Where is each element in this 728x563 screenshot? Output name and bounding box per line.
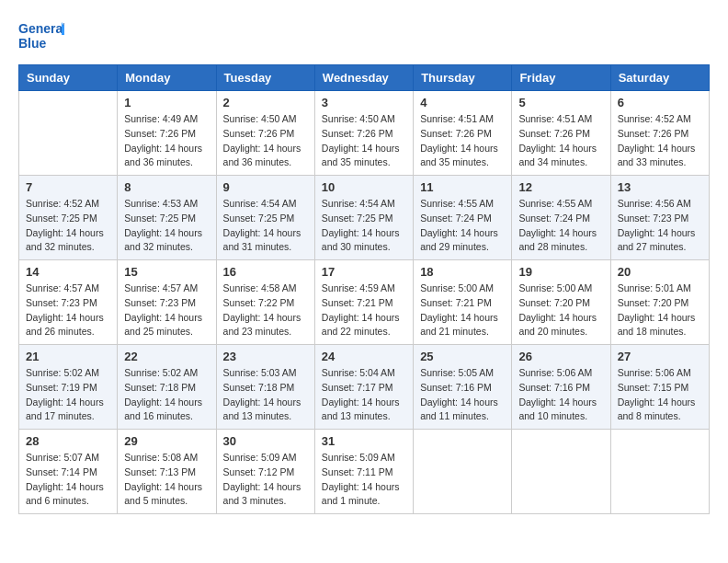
svg-text:Blue: Blue bbox=[18, 36, 47, 51]
calendar-cell: 7Sunrise: 4:52 AM Sunset: 7:25 PM Daylig… bbox=[19, 176, 118, 260]
day-number: 13 bbox=[618, 180, 702, 194]
day-number: 4 bbox=[420, 96, 505, 109]
calendar-cell: 16Sunrise: 4:58 AM Sunset: 7:22 PM Dayli… bbox=[216, 260, 314, 345]
calendar-cell: 19Sunrise: 5:00 AM Sunset: 7:20 PM Dayli… bbox=[512, 260, 610, 345]
day-number: 20 bbox=[618, 265, 702, 279]
calendar-cell: 20Sunrise: 5:01 AM Sunset: 7:20 PM Dayli… bbox=[610, 260, 709, 345]
day-number: 17 bbox=[322, 265, 406, 279]
calendar-cell: 14Sunrise: 4:57 AM Sunset: 7:23 PM Dayli… bbox=[19, 260, 118, 345]
calendar-cell: 5Sunrise: 4:51 AM Sunset: 7:26 PM Daylig… bbox=[512, 91, 610, 176]
calendar-cell bbox=[414, 430, 512, 514]
day-info: Sunrise: 4:52 AM Sunset: 7:26 PM Dayligh… bbox=[618, 112, 702, 170]
day-info: Sunrise: 5:06 AM Sunset: 7:16 PM Dayligh… bbox=[518, 366, 603, 424]
calendar-cell: 21Sunrise: 5:02 AM Sunset: 7:19 PM Dayli… bbox=[19, 345, 118, 430]
calendar-cell: 28Sunrise: 5:07 AM Sunset: 7:14 PM Dayli… bbox=[19, 430, 118, 514]
calendar-cell: 23Sunrise: 5:03 AM Sunset: 7:18 PM Dayli… bbox=[216, 345, 314, 430]
logo: General Blue bbox=[18, 18, 64, 55]
calendar-cell: 3Sunrise: 4:50 AM Sunset: 7:26 PM Daylig… bbox=[314, 91, 413, 176]
calendar-cell: 8Sunrise: 4:53 AM Sunset: 7:25 PM Daylig… bbox=[118, 176, 216, 260]
day-number: 12 bbox=[518, 180, 603, 194]
weekday-header-thursday: Thursday bbox=[414, 65, 512, 91]
day-info: Sunrise: 4:49 AM Sunset: 7:26 PM Dayligh… bbox=[124, 112, 209, 170]
page-header: General Blue bbox=[18, 18, 710, 55]
calendar-table: SundayMondayTuesdayWednesdayThursdayFrid… bbox=[18, 64, 710, 514]
calendar-cell: 26Sunrise: 5:06 AM Sunset: 7:16 PM Dayli… bbox=[512, 345, 610, 430]
day-info: Sunrise: 5:09 AM Sunset: 7:11 PM Dayligh… bbox=[322, 451, 406, 509]
calendar-cell: 24Sunrise: 5:04 AM Sunset: 7:17 PM Dayli… bbox=[314, 345, 413, 430]
day-number: 23 bbox=[223, 350, 308, 363]
weekday-header-wednesday: Wednesday bbox=[314, 65, 413, 91]
calendar-week-row: 7Sunrise: 4:52 AM Sunset: 7:25 PM Daylig… bbox=[19, 176, 710, 260]
calendar-header-row: SundayMondayTuesdayWednesdayThursdayFrid… bbox=[19, 65, 710, 91]
day-info: Sunrise: 4:51 AM Sunset: 7:26 PM Dayligh… bbox=[518, 112, 603, 170]
calendar-cell: 30Sunrise: 5:09 AM Sunset: 7:12 PM Dayli… bbox=[216, 430, 314, 514]
calendar-cell: 18Sunrise: 5:00 AM Sunset: 7:21 PM Dayli… bbox=[414, 260, 512, 345]
day-number: 6 bbox=[618, 96, 702, 109]
calendar-cell: 4Sunrise: 4:51 AM Sunset: 7:26 PM Daylig… bbox=[414, 91, 512, 176]
calendar-cell: 31Sunrise: 5:09 AM Sunset: 7:11 PM Dayli… bbox=[314, 430, 413, 514]
day-number: 15 bbox=[124, 265, 209, 279]
day-info: Sunrise: 5:07 AM Sunset: 7:14 PM Dayligh… bbox=[26, 451, 110, 509]
calendar-cell: 29Sunrise: 5:08 AM Sunset: 7:13 PM Dayli… bbox=[118, 430, 216, 514]
day-number: 22 bbox=[124, 350, 209, 363]
day-info: Sunrise: 4:52 AM Sunset: 7:25 PM Dayligh… bbox=[26, 197, 110, 255]
day-number: 5 bbox=[518, 96, 603, 109]
day-number: 11 bbox=[420, 180, 505, 194]
calendar-cell bbox=[19, 91, 118, 176]
day-number: 29 bbox=[124, 434, 209, 448]
day-info: Sunrise: 4:51 AM Sunset: 7:26 PM Dayligh… bbox=[420, 112, 505, 170]
day-info: Sunrise: 5:05 AM Sunset: 7:16 PM Dayligh… bbox=[420, 366, 505, 424]
day-number: 14 bbox=[26, 265, 110, 279]
calendar-cell: 27Sunrise: 5:06 AM Sunset: 7:15 PM Dayli… bbox=[610, 345, 709, 430]
calendar-cell: 10Sunrise: 4:54 AM Sunset: 7:25 PM Dayli… bbox=[314, 176, 413, 260]
day-number: 18 bbox=[420, 265, 505, 279]
calendar-cell: 13Sunrise: 4:56 AM Sunset: 7:23 PM Dayli… bbox=[610, 176, 709, 260]
calendar-cell: 25Sunrise: 5:05 AM Sunset: 7:16 PM Dayli… bbox=[414, 345, 512, 430]
day-info: Sunrise: 4:53 AM Sunset: 7:25 PM Dayligh… bbox=[124, 197, 209, 255]
day-info: Sunrise: 4:50 AM Sunset: 7:26 PM Dayligh… bbox=[322, 112, 406, 170]
weekday-header-friday: Friday bbox=[512, 65, 610, 91]
calendar-cell: 11Sunrise: 4:55 AM Sunset: 7:24 PM Dayli… bbox=[414, 176, 512, 260]
day-info: Sunrise: 4:57 AM Sunset: 7:23 PM Dayligh… bbox=[26, 282, 110, 339]
day-info: Sunrise: 5:06 AM Sunset: 7:15 PM Dayligh… bbox=[618, 366, 702, 424]
day-number: 26 bbox=[518, 350, 603, 363]
day-info: Sunrise: 5:04 AM Sunset: 7:17 PM Dayligh… bbox=[322, 366, 406, 424]
day-info: Sunrise: 5:00 AM Sunset: 7:21 PM Dayligh… bbox=[420, 282, 505, 339]
day-info: Sunrise: 5:09 AM Sunset: 7:12 PM Dayligh… bbox=[223, 451, 308, 509]
day-number: 3 bbox=[322, 96, 406, 109]
day-info: Sunrise: 4:54 AM Sunset: 7:25 PM Dayligh… bbox=[223, 197, 308, 255]
day-info: Sunrise: 4:50 AM Sunset: 7:26 PM Dayligh… bbox=[223, 112, 308, 170]
calendar-week-row: 14Sunrise: 4:57 AM Sunset: 7:23 PM Dayli… bbox=[19, 260, 710, 345]
day-info: Sunrise: 4:54 AM Sunset: 7:25 PM Dayligh… bbox=[322, 197, 406, 255]
day-number: 30 bbox=[223, 434, 308, 448]
calendar-cell: 12Sunrise: 4:55 AM Sunset: 7:24 PM Dayli… bbox=[512, 176, 610, 260]
calendar-cell: 6Sunrise: 4:52 AM Sunset: 7:26 PM Daylig… bbox=[610, 91, 709, 176]
weekday-header-saturday: Saturday bbox=[610, 65, 709, 91]
day-number: 16 bbox=[223, 265, 308, 279]
day-info: Sunrise: 4:58 AM Sunset: 7:22 PM Dayligh… bbox=[223, 282, 308, 339]
calendar-cell: 22Sunrise: 5:02 AM Sunset: 7:18 PM Dayli… bbox=[118, 345, 216, 430]
calendar-week-row: 1Sunrise: 4:49 AM Sunset: 7:26 PM Daylig… bbox=[19, 91, 710, 176]
calendar-week-row: 28Sunrise: 5:07 AM Sunset: 7:14 PM Dayli… bbox=[19, 430, 710, 514]
day-info: Sunrise: 4:59 AM Sunset: 7:21 PM Dayligh… bbox=[322, 282, 406, 339]
calendar-cell: 17Sunrise: 4:59 AM Sunset: 7:21 PM Dayli… bbox=[314, 260, 413, 345]
day-info: Sunrise: 4:56 AM Sunset: 7:23 PM Dayligh… bbox=[618, 197, 702, 255]
day-number: 9 bbox=[223, 180, 308, 194]
calendar-week-row: 21Sunrise: 5:02 AM Sunset: 7:19 PM Dayli… bbox=[19, 345, 710, 430]
day-info: Sunrise: 5:00 AM Sunset: 7:20 PM Dayligh… bbox=[518, 282, 603, 339]
day-info: Sunrise: 4:55 AM Sunset: 7:24 PM Dayligh… bbox=[420, 197, 505, 255]
day-number: 2 bbox=[223, 96, 308, 109]
weekday-header-monday: Monday bbox=[118, 65, 216, 91]
day-number: 1 bbox=[124, 96, 209, 109]
day-number: 21 bbox=[26, 350, 110, 363]
day-number: 24 bbox=[322, 350, 406, 363]
day-number: 8 bbox=[124, 180, 209, 194]
calendar-cell bbox=[610, 430, 709, 514]
day-number: 10 bbox=[322, 180, 406, 194]
day-number: 27 bbox=[618, 350, 702, 363]
calendar-cell: 1Sunrise: 4:49 AM Sunset: 7:26 PM Daylig… bbox=[118, 91, 216, 176]
day-info: Sunrise: 5:02 AM Sunset: 7:18 PM Dayligh… bbox=[124, 366, 209, 424]
day-info: Sunrise: 5:01 AM Sunset: 7:20 PM Dayligh… bbox=[618, 282, 702, 339]
day-number: 7 bbox=[26, 180, 110, 194]
calendar-cell: 2Sunrise: 4:50 AM Sunset: 7:26 PM Daylig… bbox=[216, 91, 314, 176]
